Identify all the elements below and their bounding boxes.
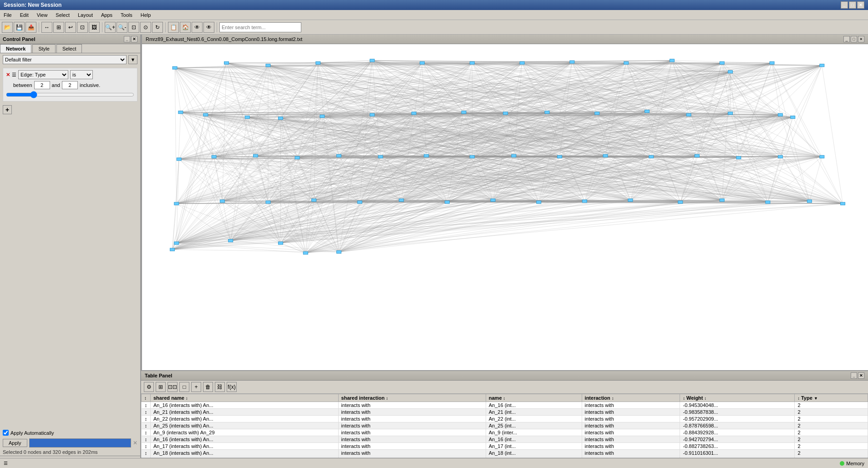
- add-filter-button[interactable]: +: [3, 105, 12, 114]
- graph-node[interactable]: [678, 201, 683, 203]
- graph-node[interactable]: [645, 110, 650, 113]
- graph-node[interactable]: [370, 113, 375, 116]
- table-add-button[interactable]: +: [191, 382, 201, 392]
- menu-edit[interactable]: Edit: [18, 11, 30, 19]
- table-row[interactable]: ↕ An_21 (interacts with) An... interacts…: [142, 409, 868, 416]
- graph-node[interactable]: [266, 64, 270, 67]
- graph-node[interactable]: [778, 155, 782, 158]
- tab-network[interactable]: Network: [0, 44, 31, 53]
- home-button[interactable]: 🏠: [180, 22, 191, 33]
- zoom-in-button[interactable]: 🔍+: [105, 22, 116, 33]
- graph-node[interactable]: [295, 156, 299, 159]
- graph-node[interactable]: [266, 201, 270, 203]
- table-row[interactable]: ↕ An_16 (interacts with) An... interacts…: [142, 402, 868, 409]
- col-type[interactable]: ↕ Type ▼: [795, 394, 868, 402]
- graph-node[interactable]: [399, 199, 404, 202]
- minimize-button[interactable]: _: [841, 1, 848, 9]
- graph-node[interactable]: [624, 61, 629, 64]
- graph-node[interactable]: [424, 154, 429, 157]
- graph-node[interactable]: [649, 155, 654, 158]
- menu-file[interactable]: File: [2, 11, 14, 19]
- maximize-button[interactable]: □: [849, 1, 856, 9]
- graph-node[interactable]: [628, 199, 633, 202]
- graph-node[interactable]: [278, 117, 283, 120]
- zoom-actual-button[interactable]: ⊙: [140, 22, 151, 33]
- rule-attribute-select[interactable]: Edge: Type: [18, 70, 68, 79]
- table-box-button[interactable]: □: [179, 382, 189, 392]
- tab-select[interactable]: Select: [56, 44, 82, 53]
- network-maximize-button[interactable]: □: [851, 36, 857, 42]
- graph-node[interactable]: [503, 112, 508, 115]
- graph-node[interactable]: [491, 199, 495, 202]
- rule-remove-button[interactable]: ✕: [6, 72, 10, 78]
- close-button[interactable]: ✕: [857, 1, 864, 9]
- graph-node[interactable]: [177, 158, 181, 161]
- graph-node[interactable]: [720, 61, 724, 64]
- graph-node[interactable]: [770, 61, 774, 64]
- menu-help[interactable]: Help: [139, 11, 153, 19]
- graph-node[interactable]: [545, 111, 549, 114]
- graph-node[interactable]: [303, 252, 308, 254]
- graph-node[interactable]: [254, 154, 258, 157]
- graph-node[interactable]: [312, 199, 316, 202]
- table-collapse-button[interactable]: _: [851, 372, 857, 379]
- graph-node[interactable]: [445, 201, 449, 203]
- new-session-button[interactable]: 📋: [168, 22, 179, 33]
- graph-node[interactable]: [728, 112, 733, 115]
- apply-automatically-checkbox[interactable]: [3, 430, 9, 436]
- graph-node[interactable]: [557, 155, 562, 158]
- search-input[interactable]: [219, 22, 301, 32]
- rule-min-input[interactable]: [34, 81, 50, 89]
- graph-node[interactable]: [337, 251, 341, 254]
- graph-node[interactable]: [470, 61, 474, 64]
- graph-node[interactable]: [736, 156, 741, 159]
- table-function-button[interactable]: f(x): [227, 382, 237, 392]
- graph-node[interactable]: [178, 111, 183, 114]
- col-interaction[interactable]: interaction ↕: [582, 394, 680, 402]
- table-row[interactable]: ↕ An_22 (interacts with) An... interacts…: [142, 416, 868, 422]
- graph-node[interactable]: [778, 113, 782, 116]
- col-weight[interactable]: ↕ Weight ↕: [680, 394, 795, 402]
- open-button[interactable]: 📂: [2, 22, 13, 33]
- graph-node[interactable]: [512, 154, 516, 157]
- table-row[interactable]: ↕ An_18 (interacts with) An... interacts…: [142, 450, 868, 457]
- filter-options-button[interactable]: ▼: [128, 55, 137, 64]
- table-connect-button[interactable]: ⊡⊡: [168, 382, 178, 392]
- graph-node[interactable]: [173, 66, 177, 69]
- col-name[interactable]: name ↕: [486, 394, 582, 402]
- graph-node[interactable]: [320, 115, 325, 117]
- graph-node[interactable]: [224, 61, 229, 64]
- graph-node[interactable]: [603, 154, 608, 157]
- menu-tools[interactable]: Tools: [119, 11, 134, 19]
- cancel-icon[interactable]: ✕: [133, 440, 137, 446]
- zoom-fit-button[interactable]: ⊡: [128, 22, 139, 33]
- zoom-out-button[interactable]: 🔍-: [117, 22, 127, 33]
- table-row[interactable]: ↕ An_25 (interacts with) An... interacts…: [142, 422, 868, 429]
- graph-node[interactable]: [766, 201, 770, 203]
- graph-node[interactable]: [807, 200, 812, 203]
- filter-select[interactable]: Default filter: [3, 55, 127, 64]
- cp-collapse-button[interactable]: _: [124, 36, 130, 42]
- graph-node[interactable]: [670, 59, 674, 62]
- graph-node[interactable]: [582, 200, 587, 203]
- apply-button[interactable]: Apply: [3, 439, 27, 447]
- graph-node[interactable]: [337, 154, 341, 157]
- col-shared-name[interactable]: shared name ↕: [151, 394, 339, 402]
- table-row[interactable]: ↕ An_17 (interacts with) An... interacts…: [142, 443, 868, 450]
- graph-node[interactable]: [170, 248, 175, 251]
- tab-style[interactable]: Style: [32, 44, 55, 53]
- graph-node[interactable]: [174, 202, 179, 205]
- table-settings-button[interactable]: ⚙: [144, 382, 154, 392]
- menu-layout[interactable]: Layout: [76, 11, 95, 19]
- graph-node[interactable]: [570, 61, 574, 63]
- graph-node[interactable]: [595, 112, 599, 115]
- grid-button[interactable]: ⊡: [77, 22, 88, 33]
- graph-node[interactable]: [420, 61, 425, 64]
- graph-node[interactable]: [411, 112, 416, 115]
- rule-max-input[interactable]: [62, 81, 78, 89]
- graph-node[interactable]: [357, 201, 362, 203]
- graph-node[interactable]: [686, 113, 691, 116]
- graph-node[interactable]: [245, 116, 249, 119]
- graph-node[interactable]: [695, 154, 699, 157]
- eye-outline-button[interactable]: 👁: [192, 22, 203, 33]
